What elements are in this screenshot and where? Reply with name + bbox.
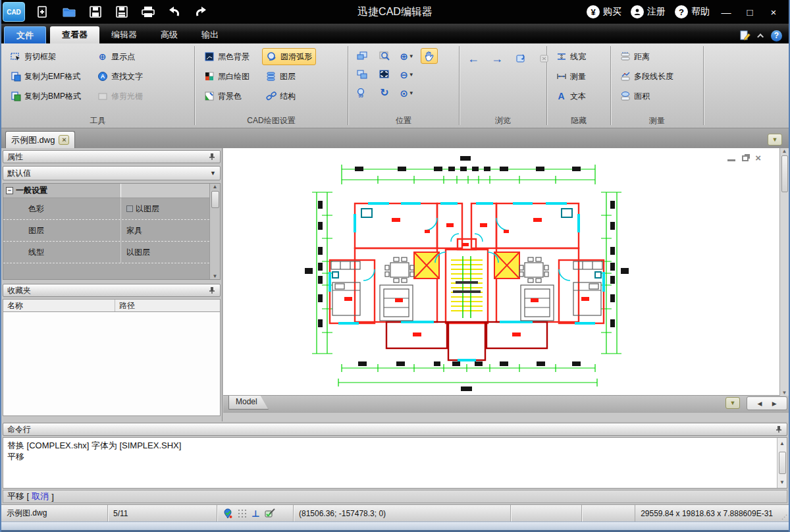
- show-point-button[interactable]: ⊕ 显示点: [93, 48, 146, 65]
- quick-help-icon[interactable]: ?: [771, 30, 782, 41]
- find-text-button[interactable]: A 查找文字: [93, 68, 146, 85]
- register-button[interactable]: 注册: [628, 4, 668, 20]
- layers-button[interactable]: 图层: [262, 68, 316, 85]
- ribbon-group-browse: ← → 浏览: [460, 43, 546, 128]
- ribbon-group-tools: 剪切框架 复制为EMF格式 复制为BMP格式 ⊕ 显示点 A 查找文字 修剪: [1, 43, 194, 128]
- help-button[interactable]: ? 帮助: [672, 4, 712, 20]
- favorites-col-name[interactable]: 名称: [3, 300, 115, 311]
- smooth-arc-button[interactable]: 圆滑弧形: [262, 48, 316, 65]
- bw-drawing-button[interactable]: 黑白绘图: [200, 68, 253, 85]
- copy-emf-button[interactable]: 复制为EMF格式: [7, 68, 84, 85]
- cut-frame-button[interactable]: 剪切框架: [7, 48, 84, 65]
- black-background-button[interactable]: 黑色背景: [200, 48, 253, 65]
- swap-view-icon[interactable]: [354, 66, 371, 82]
- osnap-marker-icon[interactable]: [223, 508, 233, 519]
- hide-linewidth-button[interactable]: 线宽: [552, 48, 589, 65]
- property-preset-select[interactable]: 默认值 ▼: [3, 166, 221, 180]
- model-tab[interactable]: Model: [228, 396, 269, 410]
- cancel-link[interactable]: 取消: [32, 491, 49, 502]
- tab-viewer[interactable]: 查看器: [50, 26, 99, 43]
- save-as-button[interactable]: [113, 4, 130, 20]
- back-icon[interactable]: ←: [465, 51, 482, 66]
- document-tab-close-icon[interactable]: ×: [59, 135, 69, 145]
- zoom-window-icon[interactable]: [376, 48, 393, 64]
- collapse-ribbon-icon[interactable]: [756, 31, 766, 40]
- copy-emf-icon: [10, 71, 21, 82]
- zoom-percent-icon[interactable]: 99: [354, 85, 371, 101]
- copy-bmp-button[interactable]: 复制为BMP格式: [7, 88, 84, 105]
- trim-raster-icon: [97, 91, 108, 102]
- open-file-button[interactable]: [61, 4, 78, 20]
- measure-distance-button[interactable]: 距离: [616, 48, 677, 65]
- mdi-minimize-icon[interactable]: [727, 155, 735, 161]
- prev-view-icon[interactable]: [354, 48, 371, 64]
- pin-icon[interactable]: [208, 153, 216, 161]
- property-row-linetype[interactable]: 线型 以图层: [3, 242, 209, 263]
- close-button[interactable]: ×: [764, 4, 783, 20]
- zoom-extents-icon[interactable]: [376, 66, 393, 82]
- structure-button[interactable]: 结构: [262, 88, 316, 105]
- mdi-close-icon[interactable]: ×: [755, 155, 761, 161]
- hide-measure-button[interactable]: 测量: [552, 68, 589, 85]
- redo-button[interactable]: [192, 4, 209, 20]
- ortho-icon[interactable]: ⊥: [251, 509, 260, 518]
- rotate-view-icon[interactable]: ↻: [376, 85, 393, 101]
- canvas-vertical-scrollbar[interactable]: ▲ ▼: [779, 148, 789, 396]
- minimize-button[interactable]: —: [716, 4, 736, 20]
- scroll-up-icon: ▲: [779, 438, 785, 449]
- zoom-out-icon[interactable]: ⊖▼: [398, 66, 415, 82]
- favorites-header[interactable]: 收藏夹: [3, 284, 221, 297]
- draw-mode-icon[interactable]: [265, 508, 276, 518]
- maximize-button[interactable]: □: [740, 4, 760, 20]
- property-row-color[interactable]: 色彩 以图层: [3, 198, 209, 220]
- zoom-in-icon[interactable]: ⊕▼: [398, 48, 415, 64]
- pin-icon[interactable]: [775, 425, 783, 433]
- command-header[interactable]: 命令行: [3, 423, 787, 436]
- pan-icon[interactable]: [421, 48, 438, 64]
- mdi-restore-icon[interactable]: [742, 155, 749, 161]
- layout-scroll-arrows[interactable]: ◀ ▶: [747, 396, 787, 410]
- tab-editor[interactable]: 编辑器: [99, 26, 149, 43]
- save-button[interactable]: [87, 4, 104, 20]
- tab-output[interactable]: 输出: [190, 26, 230, 43]
- print-button[interactable]: [140, 4, 157, 20]
- measure-polyline-button[interactable]: 多段线长度: [616, 68, 677, 85]
- tab-file[interactable]: 文件: [4, 26, 46, 43]
- tab-list-dropdown-icon[interactable]: ▼: [768, 134, 782, 146]
- document-tab[interactable]: 示例图.dwg ×: [5, 131, 75, 148]
- grid-icon[interactable]: [238, 509, 247, 518]
- property-grid-scrollbar[interactable]: ▲ ▼: [209, 184, 220, 279]
- property-row-layer[interactable]: 图层 家具: [3, 220, 209, 242]
- command-prompt[interactable]: 平移 [ 取消 ]: [3, 490, 787, 503]
- buy-button[interactable]: ¥ 购买: [584, 4, 624, 20]
- chevron-down-icon: ▼: [210, 170, 216, 176]
- command-history[interactable]: 替换 [COMPLEX.shx] 字体为 [SIMPLEX.SHX] 平移 ▲ …: [3, 437, 787, 489]
- command-scrollbar[interactable]: ▲ ▼: [777, 438, 787, 488]
- scroll-down-icon: ▼: [213, 273, 218, 279]
- scroll-up-icon: ▲: [782, 148, 787, 154]
- collapse-icon[interactable]: −: [6, 187, 13, 194]
- property-group-row[interactable]: − 一般设置: [3, 184, 209, 198]
- properties-header[interactable]: 属性: [3, 150, 221, 163]
- measure-area-button[interactable]: 面积: [616, 88, 677, 105]
- floorplan-drawing[interactable]: [302, 156, 631, 394]
- background-color-button[interactable]: 背景色: [200, 88, 253, 105]
- refresh-icon[interactable]: [512, 51, 529, 66]
- question-icon: ?: [675, 5, 688, 18]
- layout-dropdown-icon[interactable]: ▼: [725, 397, 740, 409]
- pin-icon[interactable]: [208, 286, 216, 294]
- model-tab-bar: Model ▼ ◀ ▶: [223, 396, 789, 413]
- edit-document-icon[interactable]: [739, 30, 751, 41]
- favorites-list[interactable]: [3, 312, 221, 416]
- undo-button[interactable]: [166, 4, 183, 20]
- favorites-col-path[interactable]: 路径: [115, 300, 135, 311]
- tab-advanced[interactable]: 高级: [149, 26, 190, 43]
- layers-icon: [265, 71, 276, 82]
- zoom-scale-icon[interactable]: ⊙▼: [398, 85, 415, 101]
- drawing-view[interactable]: ×: [223, 148, 779, 396]
- hide-text-button[interactable]: A 文本: [552, 88, 589, 105]
- ribbon-tab-row: 文件 查看器 编辑器 高级 输出 ?: [1, 24, 789, 43]
- new-file-button[interactable]: [34, 4, 51, 20]
- forward-icon[interactable]: →: [488, 51, 506, 66]
- resize-grip[interactable]: ⋰: [782, 505, 789, 521]
